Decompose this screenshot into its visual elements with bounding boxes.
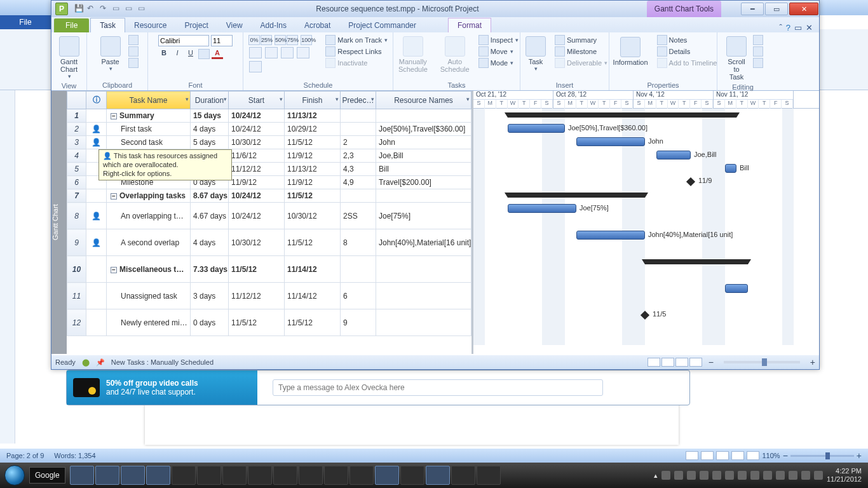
info-cell[interactable]: 👤 bbox=[86, 203, 107, 229]
res-cell[interactable] bbox=[376, 256, 471, 283]
maximize-button[interactable]: ▭ bbox=[765, 3, 788, 15]
taskbar[interactable]: Joe[50%],Travel[$360.00] bbox=[508, 124, 565, 133]
indent-icon[interactable] bbox=[265, 47, 278, 58]
duration-cell[interactable]: 5 days bbox=[191, 136, 229, 149]
qat-redo-icon[interactable]: ↷ bbox=[100, 4, 110, 14]
row-header[interactable]: 4 bbox=[67, 149, 86, 163]
fillcolor-icon[interactable] bbox=[198, 49, 210, 59]
tab-format[interactable]: Format bbox=[448, 18, 491, 32]
taskbar-app[interactable] bbox=[299, 466, 323, 485]
clear-icon[interactable] bbox=[753, 46, 763, 57]
inspect-button[interactable]: Inspect▾ bbox=[478, 35, 519, 45]
fmtpainter-icon[interactable] bbox=[128, 58, 139, 68]
res-cell[interactable] bbox=[376, 189, 471, 203]
info-cell[interactable] bbox=[86, 109, 107, 123]
scroll-to-task-button[interactable]: Scroll to Task bbox=[722, 35, 750, 82]
zoom-out-button[interactable]: − bbox=[709, 357, 714, 367]
duration-cell[interactable]: 4 days bbox=[191, 123, 229, 136]
info-cell[interactable]: 👤 bbox=[86, 136, 107, 149]
start-cell[interactable]: 11/9/12 bbox=[229, 176, 285, 189]
tray-icon[interactable] bbox=[814, 471, 823, 480]
finish-cell[interactable]: 11/14/12 bbox=[285, 256, 341, 283]
finish-cell[interactable]: 11/5/12 bbox=[285, 189, 341, 203]
start-cell[interactable]: 10/24/12 bbox=[229, 189, 285, 203]
row-header[interactable]: 8 bbox=[67, 203, 86, 229]
col-start[interactable]: Start▾ bbox=[229, 92, 285, 109]
tray-icon[interactable] bbox=[661, 471, 670, 480]
gantt-body[interactable]: Joe[50%],Travel[$360.00]JohnJoe,BillBill… bbox=[473, 109, 819, 345]
pred-cell[interactable]: 4,9 bbox=[341, 176, 376, 189]
row-header[interactable]: 9 bbox=[67, 229, 86, 256]
outline-toggle[interactable]: − bbox=[111, 193, 117, 200]
finish-cell[interactable]: 11/5/12 bbox=[285, 309, 341, 336]
res-cell[interactable] bbox=[376, 283, 471, 309]
finish-cell[interactable]: 11/9/12 bbox=[285, 176, 341, 189]
word-file-tab[interactable]: File bbox=[0, 15, 51, 29]
row-header[interactable]: 2 bbox=[67, 123, 86, 136]
duration-cell[interactable]: 15 days bbox=[191, 109, 229, 123]
tab-acrobat[interactable]: Acrobat bbox=[295, 18, 339, 32]
col-rowhdr[interactable] bbox=[67, 92, 86, 109]
pred-cell[interactable]: 2 bbox=[341, 136, 376, 149]
tab-resource[interactable]: Resource bbox=[125, 18, 175, 32]
row-header[interactable]: 7 bbox=[67, 189, 86, 203]
row-header[interactable]: 3 bbox=[67, 136, 86, 149]
notes-button[interactable]: Notes bbox=[657, 35, 717, 45]
word-zoom-out[interactable]: − bbox=[783, 451, 788, 461]
tray-expand-icon[interactable]: ▴ bbox=[654, 471, 658, 480]
milestone-marker[interactable] bbox=[686, 177, 695, 186]
insert-milestone-button[interactable]: Milestone bbox=[555, 46, 607, 57]
qat-zoomout-icon[interactable]: ▭ bbox=[112, 4, 123, 14]
gantt-chart[interactable]: Oct 21, '12SMTWTFSOct 28, '12SMTWTFSNov … bbox=[473, 91, 819, 354]
tray-icon[interactable] bbox=[750, 471, 759, 480]
taskbar[interactable]: Joe,Bill bbox=[656, 151, 691, 159]
gantt-chart-button[interactable]: Gantt Chart▾ bbox=[55, 35, 83, 81]
skype-promo[interactable]: 50% off group video calls and 24/7 live … bbox=[67, 370, 257, 405]
taskbar[interactable]: John[40%],Material[16 unit] bbox=[576, 231, 645, 240]
skype-message-input[interactable] bbox=[273, 379, 603, 396]
info-cell[interactable] bbox=[86, 309, 107, 336]
taskname-cell[interactable]: −Miscellaneous tasks bbox=[107, 256, 191, 283]
info-cell[interactable]: 👤 bbox=[86, 123, 107, 136]
zoom-in-button[interactable]: + bbox=[810, 357, 815, 367]
res-cell[interactable]: Joe,Bill bbox=[376, 149, 471, 163]
taskbar[interactable]: John bbox=[576, 137, 645, 146]
google-toolbar[interactable]: Google bbox=[29, 467, 65, 484]
view-shortcut[interactable] bbox=[675, 358, 688, 367]
outline-toggle[interactable]: − bbox=[111, 267, 117, 273]
start-cell[interactable]: 10/24/12 bbox=[229, 123, 285, 136]
split-icon[interactable] bbox=[249, 61, 262, 72]
tray-icon[interactable] bbox=[738, 471, 747, 480]
tab-project[interactable]: Project bbox=[175, 18, 217, 32]
info-cell[interactable] bbox=[86, 283, 107, 309]
zoom-slider[interactable] bbox=[724, 361, 800, 363]
view-shortcut[interactable] bbox=[661, 358, 674, 367]
pred-cell[interactable]: 6 bbox=[341, 283, 376, 309]
pred-cell[interactable]: 4,3 bbox=[341, 163, 376, 176]
info-cell[interactable]: 👤 bbox=[86, 229, 107, 256]
col-duration[interactable]: Duration▾ bbox=[191, 92, 229, 109]
word-zoom-pct[interactable]: 110% bbox=[762, 452, 780, 459]
taskbar-app[interactable] bbox=[197, 466, 221, 485]
tray-icon[interactable] bbox=[687, 471, 696, 480]
pred-cell[interactable]: 2,3 bbox=[341, 149, 376, 163]
outdent-icon[interactable] bbox=[249, 47, 262, 58]
fontcolor-button[interactable]: A bbox=[212, 49, 223, 59]
start-cell[interactable]: 10/30/12 bbox=[229, 136, 285, 149]
word-view-btn[interactable] bbox=[716, 451, 729, 460]
taskbar-clock[interactable]: 4:22 PM11/21/2012 bbox=[827, 467, 862, 483]
qat-level-icon[interactable]: ▭ bbox=[138, 4, 148, 14]
pred-cell[interactable]: 8 bbox=[341, 229, 376, 256]
taskbar-app[interactable] bbox=[273, 466, 297, 485]
res-cell[interactable] bbox=[376, 109, 471, 123]
help-icon[interactable]: ? bbox=[786, 23, 790, 32]
view-shortcut[interactable] bbox=[689, 358, 702, 367]
finish-cell[interactable]: 11/14/12 bbox=[285, 283, 341, 309]
outline-toggle[interactable]: − bbox=[111, 113, 117, 119]
taskbar-app[interactable] bbox=[95, 466, 119, 485]
fill-icon[interactable] bbox=[753, 58, 763, 68]
bold-button[interactable]: B bbox=[158, 49, 170, 59]
taskbar[interactable]: Joe[75%] bbox=[508, 204, 576, 213]
row-header[interactable]: 12 bbox=[67, 309, 86, 336]
windows-taskbar[interactable]: Google ▴ 4:22 PM11/21/2012 bbox=[0, 463, 868, 488]
